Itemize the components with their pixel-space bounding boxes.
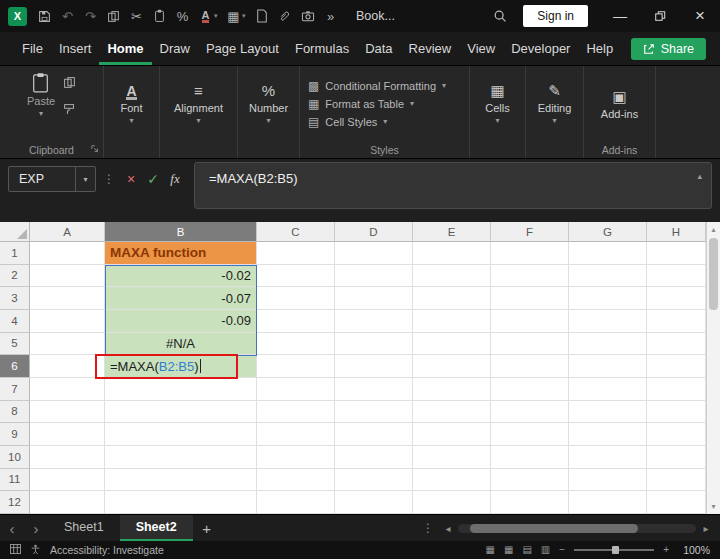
cell-G9[interactable] (569, 423, 647, 446)
cell-C5[interactable] (257, 333, 335, 356)
cell-F5[interactable] (491, 333, 569, 356)
row-header-4[interactable]: 4 (0, 310, 30, 333)
zoom-slider[interactable] (574, 549, 654, 551)
cell-D10[interactable] (335, 446, 413, 469)
page-layout-view-icon[interactable]: ▤ (522, 545, 531, 555)
cell-F6[interactable] (491, 355, 569, 378)
cell-A8[interactable] (30, 401, 105, 424)
cell-F3[interactable] (491, 287, 569, 310)
paste-button[interactable]: Paste ▾ (27, 72, 55, 118)
column-header-C[interactable]: C (257, 222, 335, 242)
cell-H5[interactable] (647, 333, 706, 356)
cell-G1[interactable] (569, 242, 647, 265)
undo-button[interactable]: ↶ (56, 4, 79, 28)
cell-B5[interactable]: #N/A (105, 333, 257, 356)
enter-button[interactable]: ✓ (142, 169, 164, 189)
cell-A3[interactable] (30, 287, 105, 310)
cell-E3[interactable] (413, 287, 491, 310)
cell-D1[interactable] (335, 242, 413, 265)
cell-D8[interactable] (335, 401, 413, 424)
cell-G7[interactable] (569, 378, 647, 401)
row-header-8[interactable]: 8 (0, 401, 30, 424)
cell-H7[interactable] (647, 378, 706, 401)
menu-tab-help[interactable]: Help (578, 33, 621, 65)
cell-F4[interactable] (491, 310, 569, 333)
cell-E9[interactable] (413, 423, 491, 446)
cell-B7[interactable] (105, 378, 257, 401)
cell-F11[interactable] (491, 469, 569, 492)
record-macro-icon[interactable] (10, 544, 21, 556)
share-button[interactable]: Share (631, 38, 706, 60)
cell-H2[interactable] (647, 265, 706, 288)
scroll-down-icon[interactable]: ▾ (711, 502, 715, 511)
sheet-options-icon[interactable]: ⋮ (416, 521, 440, 535)
ribbon-group-font[interactable]: A Font ▾ (104, 66, 160, 158)
cell-styles-button[interactable]: ▤ Cell Styles ▾ (308, 115, 387, 129)
cell-D2[interactable] (335, 265, 413, 288)
save-button[interactable] (33, 4, 56, 28)
cell-F12[interactable] (491, 491, 569, 514)
cancel-button[interactable]: × (120, 169, 142, 189)
table-view-icon[interactable]: ▦ (486, 545, 495, 555)
formula-input[interactable]: =MAXA(B2:B5) ▴ (194, 162, 712, 209)
horizontal-scrollbar-thumb[interactable] (470, 524, 638, 533)
menu-tab-insert[interactable]: Insert (51, 33, 100, 65)
copy-button[interactable] (102, 4, 125, 28)
column-header-D[interactable]: D (335, 222, 413, 242)
sheet-nav-left-icon[interactable]: ‹ (0, 520, 24, 537)
cell-E2[interactable] (413, 265, 491, 288)
attach-button[interactable] (273, 4, 296, 28)
cell-C9[interactable] (257, 423, 335, 446)
cell-D9[interactable] (335, 423, 413, 446)
row-header-2[interactable]: 2 (0, 265, 30, 288)
cell-F8[interactable] (491, 401, 569, 424)
new-document-button[interactable] (250, 4, 273, 28)
cell-A9[interactable] (30, 423, 105, 446)
cell-D3[interactable] (335, 287, 413, 310)
formula-bar-splitter[interactable]: ⋮ (103, 172, 115, 186)
cell-H9[interactable] (647, 423, 706, 446)
cell-G10[interactable] (569, 446, 647, 469)
menu-tab-view[interactable]: View (459, 33, 503, 65)
cell-F9[interactable] (491, 423, 569, 446)
horizontal-scrollbar[interactable] (458, 524, 696, 533)
cell-G12[interactable] (569, 491, 647, 514)
cell-E6[interactable] (413, 355, 491, 378)
sheet-tab-sheet1[interactable]: Sheet1 (48, 515, 120, 541)
cell-A4[interactable] (30, 310, 105, 333)
cell-C12[interactable] (257, 491, 335, 514)
sign-in-button[interactable]: Sign in (523, 5, 588, 27)
cell-D12[interactable] (335, 491, 413, 514)
minimize-button[interactable]: — (600, 0, 640, 32)
vertical-scrollbar-thumb[interactable] (709, 238, 718, 310)
cell-G6[interactable] (569, 355, 647, 378)
cell-B6[interactable]: =MAXA(B2:B5) (105, 355, 257, 378)
select-all-corner[interactable] (0, 222, 30, 242)
clipboard-dialog-launcher[interactable] (91, 143, 99, 155)
cell-A11[interactable] (30, 469, 105, 492)
close-button[interactable]: × (680, 0, 720, 32)
chevron-down-icon[interactable]: ▾ (242, 12, 250, 20)
cell-G3[interactable] (569, 287, 647, 310)
format-as-table-button[interactable]: ▦ Format as Table ▾ (308, 97, 414, 111)
ribbon-group-number[interactable]: % Number ▾ (238, 66, 300, 158)
ribbon-group-editing[interactable]: ✎ Editing ▾ (526, 66, 584, 158)
row-header-11[interactable]: 11 (0, 469, 30, 492)
cell-D5[interactable] (335, 333, 413, 356)
cell-B8[interactable] (105, 401, 257, 424)
cell-A2[interactable] (30, 265, 105, 288)
cell-H8[interactable] (647, 401, 706, 424)
scroll-up-icon[interactable]: ▴ (711, 225, 715, 234)
accessibility-status-text[interactable]: Accessibility: Investigate (50, 544, 164, 556)
row-header-6[interactable]: 6 (0, 355, 30, 378)
cell-E8[interactable] (413, 401, 491, 424)
camera-button[interactable] (296, 4, 319, 28)
column-header-G[interactable]: G (569, 222, 647, 242)
cell-H6[interactable] (647, 355, 706, 378)
cell-B9[interactable] (105, 423, 257, 446)
column-header-B[interactable]: B (105, 222, 257, 242)
sheet-tab-sheet2[interactable]: Sheet2 (120, 515, 193, 541)
menu-tab-page-layout[interactable]: Page Layout (198, 33, 287, 65)
ribbon-group-alignment[interactable]: ≡ Alignment ▾ (160, 66, 238, 158)
cell-C2[interactable] (257, 265, 335, 288)
